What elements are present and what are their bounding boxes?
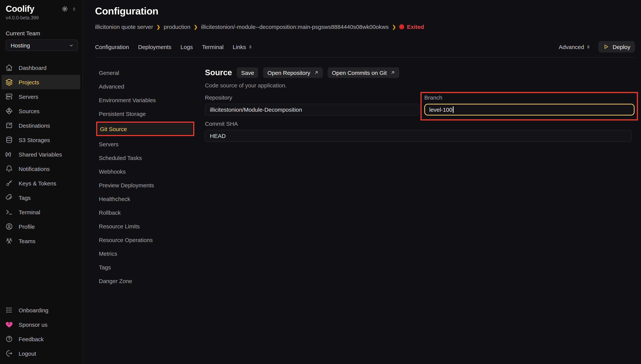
repository-label: Repository [205,94,419,101]
theme-toggle-sun-icon[interactable] [62,6,68,12]
sidebar-item-label: S3 Storages [19,136,50,143]
subnav-item-preview-deployments[interactable]: Preview Deployments [99,178,205,192]
annotation-box-git-source: Git Source [96,122,194,136]
subnav-item-rollback[interactable]: Rollback [99,206,205,220]
sidebar-header: Coolify v4.0.0-beta.399 Current Team Hos… [0,0,83,51]
sidebar-item-servers[interactable]: Servers [2,89,80,104]
team-select[interactable]: Hosting [6,40,78,51]
sidebar-item-sponsor-us[interactable]: Sponsor us [2,317,80,332]
subnav-item-tags[interactable]: Tags [99,260,205,274]
sidebar-item-terminal[interactable]: Terminal [2,205,80,219]
sidebar-item-label: Shared Variables [19,151,62,158]
sidebar-item-shared-variables[interactable]: (x) Shared Variables [2,147,80,162]
tab-terminal[interactable]: Terminal [202,44,224,50]
deploy-button[interactable]: Deploy [599,41,635,52]
status-dot-icon [399,24,404,30]
commit-sha-input[interactable] [205,130,632,142]
database-icon [5,136,13,144]
open-repository-button[interactable]: Open Repository [263,68,323,78]
tabs: Configuration Deployments Logs Terminal … [95,44,253,50]
sidebar-item-label: Profile [19,223,35,230]
sidebar-spacer [0,248,83,303]
sidebar-item-dashboard[interactable]: Dashboard [2,60,80,75]
server-icon [5,93,13,100]
config-subnav: General Advanced Environment Variables P… [95,66,205,288]
breadcrumb-resource[interactable]: illicitestonion/-module--decomposition:m… [201,24,389,30]
status-label: Exited [407,24,424,30]
subnav-item-metrics[interactable]: Metrics [99,247,205,260]
subnav-item-git-source[interactable]: Git Source [98,124,192,134]
external-link-icon [314,70,319,75]
sidebar-item-tags[interactable]: Tags [2,190,80,205]
sidebar: Coolify v4.0.0-beta.399 Current Team Hos… [0,0,83,364]
subnav-item-environment-variables[interactable]: Environment Variables [99,93,205,107]
tab-configuration[interactable]: Configuration [95,44,129,50]
chevrons-up-down-icon [248,44,253,50]
annotation-box-branch: Branch level-100 [420,92,638,121]
sidebar-item-teams[interactable]: Teams [2,234,80,248]
subnav-item-servers[interactable]: Servers [99,137,205,151]
map-icon [5,122,13,129]
sidebar-item-profile[interactable]: Profile [2,219,80,234]
deploy-label: Deploy [613,44,630,50]
git-source-icon [5,107,13,115]
sidebar-nav: Dashboard Projects Servers Sources Desti… [0,60,83,248]
git-source-panel: Source Save Open Repository Open Commits… [205,66,635,288]
subnav-item-webhooks[interactable]: Webhooks [99,165,205,178]
sidebar-footer: Onboarding Sponsor us Feedback Logout [0,303,83,364]
checklist-icon [5,306,13,314]
sidebar-item-label: Onboarding [19,307,49,313]
subnav-item-git-source-annotated: Git Source [99,121,205,137]
tab-logs[interactable]: Logs [181,44,193,50]
subnav-item-scheduled-tasks[interactable]: Scheduled Tasks [99,151,205,165]
subnav-item-healthcheck[interactable]: Healthcheck [99,192,205,206]
terminal-icon [5,208,13,216]
sidebar-item-notifications[interactable]: Notifications [2,162,80,176]
header-controls: Advanced Deploy [559,41,635,52]
advanced-label: Advanced [559,44,584,50]
chevrons-up-down-icon [586,44,591,50]
chevron-down-icon [69,42,74,48]
sidebar-item-destinations[interactable]: Destinations [2,118,80,132]
sidebar-item-label: Teams [19,238,35,244]
sidebar-item-label: Servers [19,93,38,100]
sidebar-item-label: Dashboard [19,64,47,71]
tags-icon [5,194,13,202]
subnav-item-danger-zone[interactable]: Danger Zone [99,274,205,288]
sidebar-item-feedback[interactable]: Feedback [2,332,80,346]
chevron-right-icon: ❯ [157,24,160,30]
sidebar-item-sources[interactable]: Sources [2,104,80,118]
open-commits-button[interactable]: Open Commits on Git [328,68,399,78]
subnav-item-general[interactable]: General [99,66,205,80]
tab-deployments[interactable]: Deployments [138,44,171,50]
sidebar-item-label: Sponsor us [19,321,48,328]
advanced-menu[interactable]: Advanced [559,44,591,50]
sidebar-collapse-icon[interactable] [72,6,77,12]
tab-links[interactable]: Links [233,44,253,50]
subnav-item-resource-limits[interactable]: Resource Limits [99,220,205,233]
branch-input[interactable]: level-100 [424,104,634,116]
sidebar-item-projects[interactable]: Projects [2,75,80,89]
subnav-item-resource-operations[interactable]: Resource Operations [99,233,205,247]
sidebar-item-logout[interactable]: Logout [2,346,80,360]
save-button[interactable]: Save [237,68,258,78]
sidebar-item-label: Keys & Tokens [19,180,56,186]
sidebar-item-keys-tokens[interactable]: Keys & Tokens [2,176,80,190]
sidebar-item-s3-storages[interactable]: S3 Storages [2,132,80,147]
sidebar-item-label: Logout [19,350,36,356]
repository-input[interactable] [205,104,419,116]
logout-icon [5,350,13,357]
heart-icon [5,321,13,328]
subnav-item-advanced[interactable]: Advanced [99,80,205,93]
help-circle-icon [5,335,13,343]
commit-sha-label: Commit SHA [205,121,632,127]
current-team-label: Current Team [6,30,78,36]
repository-field: Repository [205,92,419,121]
source-fields: Repository Branch level-100 Commit SHA [205,92,635,142]
chevron-right-icon: ❯ [392,24,396,30]
breadcrumb-project[interactable]: illicitonion quote server [95,24,153,30]
sidebar-item-label: Feedback [19,336,44,342]
subnav-item-persistent-storage[interactable]: Persistent Storage [99,107,205,121]
breadcrumb-environment[interactable]: production [164,24,190,30]
sidebar-item-onboarding[interactable]: Onboarding [2,303,80,317]
